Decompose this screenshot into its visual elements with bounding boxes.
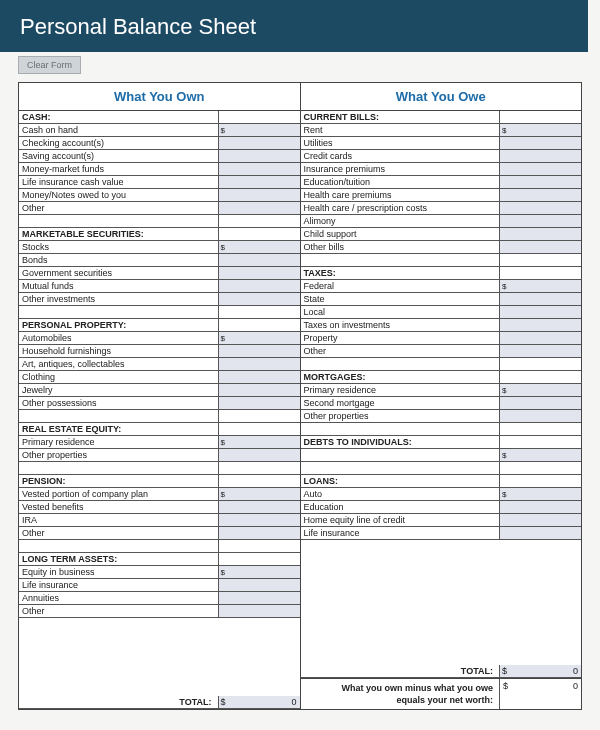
line-item-input[interactable] (218, 345, 300, 357)
line-item-input[interactable] (499, 189, 581, 201)
line-item: Other bills (301, 241, 582, 254)
line-item-input[interactable] (218, 436, 300, 448)
line-item: Rent (301, 124, 582, 137)
line-item-label (301, 449, 500, 461)
line-item-input[interactable] (218, 176, 300, 188)
line-item-label: Home equity line of credit (301, 514, 500, 526)
line-item: Saving account(s) (19, 150, 300, 163)
line-item-input[interactable] (499, 150, 581, 162)
line-item-input[interactable] (499, 527, 581, 539)
line-item-input[interactable] (499, 501, 581, 513)
line-item-input[interactable] (218, 163, 300, 175)
line-item: Education/tuition (301, 176, 582, 189)
line-item-input[interactable] (499, 319, 581, 331)
line-item: Other properties (19, 449, 300, 462)
line-item-label: Cash on hand (19, 124, 218, 136)
line-item-input[interactable] (218, 332, 300, 344)
line-item-label: Household furnishings (19, 345, 218, 357)
line-item-label: Insurance premiums (301, 163, 500, 175)
line-item-label: Health care / prescription costs (301, 202, 500, 214)
line-item: Annuities (19, 592, 300, 605)
line-item-input[interactable] (218, 202, 300, 214)
line-item-label: Education/tuition (301, 176, 500, 188)
line-item-input[interactable] (218, 579, 300, 591)
blank-row (301, 462, 582, 475)
line-item-label: Government securities (19, 267, 218, 279)
line-item-input[interactable] (499, 215, 581, 227)
line-item-input[interactable] (218, 267, 300, 279)
line-item-input[interactable] (218, 592, 300, 604)
line-item-input[interactable] (218, 397, 300, 409)
clear-form-button[interactable]: Clear Form (18, 56, 81, 74)
line-item-input[interactable] (218, 527, 300, 539)
line-item-input[interactable] (218, 605, 300, 617)
line-item-label: Primary residence (301, 384, 500, 396)
line-item-input[interactable] (499, 332, 581, 344)
line-item-label: Credit cards (301, 150, 500, 162)
line-item-input[interactable] (499, 137, 581, 149)
line-item-input[interactable] (499, 488, 581, 500)
section-header: MARKETABLE SECURITIES: (19, 228, 300, 241)
line-item-input[interactable] (499, 176, 581, 188)
line-item: Education (301, 501, 582, 514)
line-item-input[interactable] (218, 241, 300, 253)
line-item-label: Life insurance (19, 579, 218, 591)
line-item-input[interactable] (499, 163, 581, 175)
line-item: Jewelry (19, 384, 300, 397)
line-item: Other (301, 345, 582, 358)
line-item-input[interactable] (218, 488, 300, 500)
line-item-input[interactable] (218, 449, 300, 461)
line-item: Mutual funds (19, 280, 300, 293)
line-item-input[interactable] (218, 124, 300, 136)
line-item-input[interactable] (218, 384, 300, 396)
line-item-input[interactable] (218, 566, 300, 578)
line-item: Checking account(s) (19, 137, 300, 150)
line-item: Life insurance (19, 579, 300, 592)
line-item-label: Money/Notes owed to you (19, 189, 218, 201)
line-item-label: State (301, 293, 500, 305)
line-item-input[interactable] (218, 137, 300, 149)
line-item-label: Federal (301, 280, 500, 292)
line-item: Clothing (19, 371, 300, 384)
blank-row (19, 215, 300, 228)
line-item-input[interactable] (499, 384, 581, 396)
line-item-input[interactable] (218, 501, 300, 513)
line-item-input[interactable] (499, 345, 581, 357)
line-item-input[interactable] (218, 514, 300, 526)
column-owe-header: What You Owe (301, 83, 582, 111)
line-item: Other (19, 202, 300, 215)
line-item-input[interactable] (499, 397, 581, 409)
line-item: Vested benefits (19, 501, 300, 514)
line-item-input[interactable] (499, 202, 581, 214)
section-header: DEBTS TO INDIVIDUALS: (301, 436, 582, 449)
balance-sheet: What You Own CASH:Cash on handChecking a… (18, 82, 582, 710)
line-item-input[interactable] (499, 228, 581, 240)
line-item: Other possessions (19, 397, 300, 410)
line-item-input[interactable] (499, 306, 581, 318)
line-item: Automobiles (19, 332, 300, 345)
line-item-label: Checking account(s) (19, 137, 218, 149)
line-item: Primary residence (19, 436, 300, 449)
line-item-input[interactable] (218, 150, 300, 162)
line-item-label: IRA (19, 514, 218, 526)
line-item-input[interactable] (218, 254, 300, 266)
line-item-input[interactable] (499, 514, 581, 526)
line-item: Health care premiums (301, 189, 582, 202)
line-item-input[interactable] (499, 241, 581, 253)
line-item-input[interactable] (218, 358, 300, 370)
line-item-input[interactable] (499, 449, 581, 461)
line-item-input[interactable] (218, 371, 300, 383)
line-item-input[interactable] (218, 189, 300, 201)
section-header: LOANS: (301, 475, 582, 488)
line-item-input[interactable] (499, 280, 581, 292)
line-item-input[interactable] (499, 124, 581, 136)
line-item-label: Equity in business (19, 566, 218, 578)
line-item-input[interactable] (218, 280, 300, 292)
line-item-label: Alimony (301, 215, 500, 227)
line-item-input[interactable] (499, 293, 581, 305)
line-item-input[interactable] (218, 293, 300, 305)
line-item: Second mortgage (301, 397, 582, 410)
line-item: Property (301, 332, 582, 345)
section-header: CURRENT BILLS: (301, 111, 582, 124)
line-item-input[interactable] (499, 410, 581, 422)
